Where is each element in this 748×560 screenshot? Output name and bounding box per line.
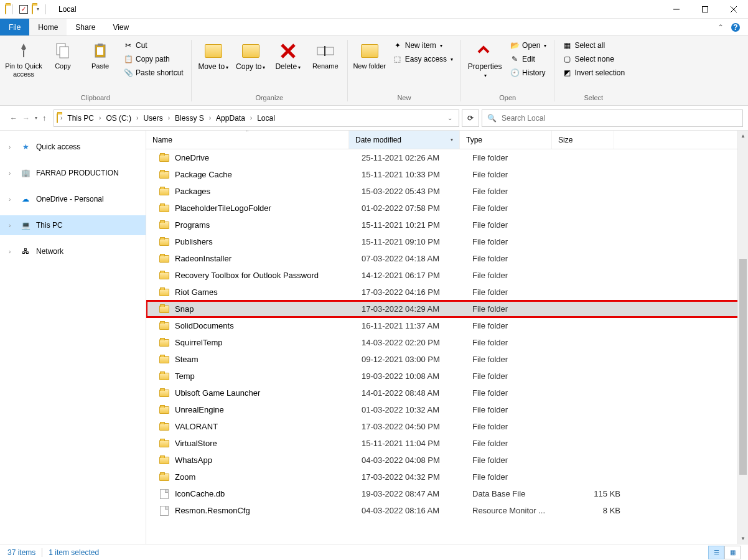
edit-button[interactable]: ✎Edit <box>506 52 550 66</box>
file-type: File folder <box>472 455 564 465</box>
maximize-button[interactable] <box>691 0 719 19</box>
cut-button[interactable]: ✂Cut <box>119 39 187 52</box>
rename-button[interactable]: Rename <box>307 39 344 73</box>
crumb-0[interactable]: This PC <box>65 114 96 123</box>
file-row[interactable]: UnrealEngine01-03-2022 10:32 AMFile fold… <box>146 401 748 418</box>
file-date: 16-11-2021 11:37 AM <box>362 321 472 330</box>
file-row[interactable]: Riot Games17-03-2022 04:16 PMFile folder <box>146 284 748 301</box>
new-folder-button[interactable]: New folder <box>352 39 388 73</box>
select-all-button[interactable]: ▦Select all <box>558 39 629 52</box>
forward-button[interactable]: → <box>22 114 30 123</box>
scroll-thumb[interactable] <box>739 259 747 475</box>
tab-view[interactable]: View <box>104 19 138 35</box>
file-row[interactable]: OneDrive25-11-2021 02:26 AMFile folder <box>146 149 748 166</box>
file-row[interactable]: Resmon.ResmonCfg04-03-2022 08:16 AMResou… <box>146 502 748 519</box>
file-row[interactable]: Steam09-12-2021 03:00 PMFile folder <box>146 351 748 368</box>
search-input[interactable] <box>502 114 737 123</box>
file-row[interactable]: Snap17-03-2022 04:29 AMFile folder <box>146 301 748 317</box>
column-date[interactable]: Date modified ▾ <box>349 131 460 149</box>
crumb-4[interactable]: AppData <box>213 114 248 123</box>
nav-network[interactable]: › 🖧 Network <box>0 241 146 261</box>
scroll-down-button[interactable]: ▼ <box>738 533 748 544</box>
column-size[interactable]: Size <box>552 131 614 149</box>
copy-path-button[interactable]: 📋Copy path <box>119 52 187 66</box>
building-icon: 🏢 <box>20 167 31 179</box>
history-button[interactable]: 🕘History <box>506 66 550 80</box>
properties-icon <box>475 41 495 61</box>
file-name: Packages <box>175 187 362 196</box>
svg-rect-12 <box>97 47 103 55</box>
invert-selection-button[interactable]: ◩Invert selection <box>558 66 629 80</box>
address-dropdown[interactable]: ⌄ <box>447 114 452 121</box>
details-view-button[interactable]: ☰ <box>708 546 724 559</box>
crumb-3[interactable]: Blessy S <box>172 114 207 123</box>
nav-this-pc[interactable]: › 💻 This PC <box>0 215 146 235</box>
file-row[interactable]: VirtualStore15-11-2021 11:04 PMFile fold… <box>146 435 748 452</box>
nav-quick-access[interactable]: › ★ Quick access <box>0 137 146 157</box>
nav-farrad[interactable]: › 🏢 FARRAD PRODUCTION <box>0 163 146 183</box>
thumbnails-view-button[interactable]: ▦ <box>724 546 741 559</box>
file-name: Steam <box>175 355 362 364</box>
back-button[interactable]: ← <box>10 114 17 123</box>
crumb-2[interactable]: Users <box>141 114 165 123</box>
file-row[interactable]: Recovery Toolbox for Outlook Password14-… <box>146 267 748 284</box>
help-button[interactable]: ? <box>728 19 743 35</box>
qat-properties-button[interactable]: ✓ <box>19 5 28 14</box>
file-row[interactable]: SolidDocuments16-11-2021 11:37 AMFile fo… <box>146 317 748 334</box>
file-name: Temp <box>175 371 362 381</box>
qat-folder-icon[interactable] <box>32 5 33 14</box>
close-button[interactable] <box>719 0 748 19</box>
paste-icon <box>90 41 110 61</box>
column-type[interactable]: Type <box>460 131 552 149</box>
search-box[interactable]: 🔍 <box>482 110 743 127</box>
vertical-scrollbar[interactable]: ▲ ▼ <box>737 131 748 544</box>
open-button[interactable]: 📂Open▾ <box>506 39 550 52</box>
nav-onedrive[interactable]: › ☁ OneDrive - Personal <box>0 189 146 209</box>
folder-icon <box>159 440 170 447</box>
file-row[interactable]: Packages15-03-2022 05:43 PMFile folder <box>146 183 748 200</box>
up-button[interactable]: ↑ <box>42 114 46 123</box>
minimize-button[interactable] <box>662 0 691 19</box>
file-row[interactable]: PlaceholderTileLogoFolder01-02-2022 07:5… <box>146 200 748 217</box>
copy-to-button[interactable]: Copy to▾ <box>233 39 269 73</box>
crumb-5[interactable]: Local <box>255 114 278 123</box>
pin-quick-access-button[interactable]: Pin to Quick access <box>4 39 44 81</box>
refresh-button[interactable]: ⟳ <box>462 110 479 127</box>
file-row[interactable]: Ubisoft Game Launcher14-01-2022 08:48 AM… <box>146 385 748 401</box>
file-row[interactable]: IconCache.db19-03-2022 08:47 AMData Base… <box>146 485 748 502</box>
file-type: File folder <box>472 203 564 213</box>
file-row[interactable]: Package Cache15-11-2021 10:33 PMFile fol… <box>146 166 748 183</box>
move-to-button[interactable]: Move to▾ <box>195 39 231 73</box>
properties-button[interactable]: Properties▾ <box>465 39 505 82</box>
column-filter-dropdown[interactable]: ▾ <box>447 137 453 142</box>
file-row[interactable]: Publishers15-11-2021 09:10 PMFile folder <box>146 233 748 250</box>
tab-home[interactable]: Home <box>29 19 67 35</box>
address-bar[interactable]: › This PC› OS (C:)› Users› Blessy S› App… <box>54 110 459 127</box>
paste-button[interactable]: Paste <box>82 39 118 73</box>
delete-button[interactable]: Delete▾ <box>270 39 306 73</box>
ribbon-collapse-button[interactable]: ⌃ <box>713 19 728 35</box>
qat-dropdown[interactable]: ▾ <box>37 6 39 12</box>
paste-shortcut-button[interactable]: 📎Paste shortcut <box>119 66 187 80</box>
file-row[interactable]: RadeonInstaller07-03-2022 04:18 AMFile f… <box>146 250 748 267</box>
tab-file[interactable]: File <box>0 19 29 35</box>
recent-dropdown[interactable]: ▾ <box>35 115 37 121</box>
new-item-button[interactable]: ✦New item▾ <box>389 39 457 52</box>
file-row[interactable]: WhatsApp04-03-2022 04:08 PMFile folder <box>146 452 748 469</box>
file-type: File folder <box>472 254 564 263</box>
column-name[interactable]: Name ⌃ <box>146 131 349 149</box>
file-type: File folder <box>472 355 564 364</box>
file-row[interactable]: SquirrelTemp14-03-2022 02:20 PMFile fold… <box>146 334 748 351</box>
file-row[interactable]: Programs15-11-2021 10:21 PMFile folder <box>146 217 748 233</box>
file-row[interactable]: Zoom17-03-2022 04:32 PMFile folder <box>146 469 748 485</box>
file-date: 14-01-2022 08:48 AM <box>362 388 472 398</box>
tab-share[interactable]: Share <box>67 19 104 35</box>
copy-button[interactable]: Copy <box>45 39 81 73</box>
ribbon: Pin to Quick access Copy Paste ✂Cut 📋Cop… <box>0 36 748 106</box>
file-row[interactable]: VALORANT17-03-2022 04:50 PMFile folder <box>146 418 748 435</box>
select-none-button[interactable]: ▢Select none <box>558 52 629 66</box>
crumb-1[interactable]: OS (C:) <box>103 114 134 123</box>
easy-access-button[interactable]: ⬚Easy access▾ <box>389 52 457 66</box>
file-row[interactable]: Temp19-03-2022 10:08 AMFile folder <box>146 368 748 385</box>
scroll-up-button[interactable]: ▲ <box>738 131 748 141</box>
